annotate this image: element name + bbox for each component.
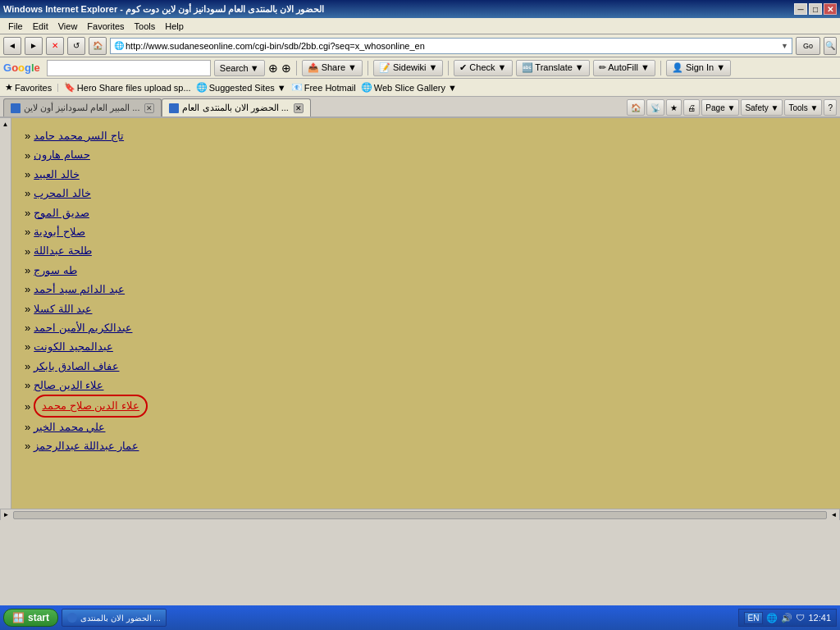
go-button[interactable]: Go	[796, 37, 820, 55]
signin-button[interactable]: 👤 Sign In ▼	[666, 60, 731, 76]
menu-view[interactable]: View	[53, 20, 83, 33]
home-button[interactable]: 🏠	[89, 37, 107, 55]
list-item: عبدالمجيد الكونت«	[25, 337, 113, 356]
arabic-link-3[interactable]: خالد المحرب	[34, 184, 91, 203]
list-item: عمار عبداللة عبدالرحمز«	[25, 436, 139, 455]
favorites-star[interactable]: ★ Favorites	[5, 82, 52, 93]
safety-menu[interactable]: Safety ▼	[741, 99, 783, 116]
link-prefix-12: «	[25, 360, 30, 372]
arabic-link-8[interactable]: عبد الدائم سيد أحمد	[34, 280, 125, 299]
print-button[interactable]: 🖨	[683, 99, 700, 116]
scroll-thumb[interactable]	[13, 511, 827, 519]
refresh-button[interactable]: ↺	[67, 37, 85, 55]
arabic-link-9[interactable]: عبد اللة كسلا	[34, 299, 92, 318]
taskbar: 🪟 start الحضور الان بالمنتدى ... EN 🌐 🔊 …	[0, 605, 840, 630]
scroll-right-arrow[interactable]: ►	[0, 509, 11, 521]
close-button[interactable]: ✕	[824, 3, 837, 15]
google-toolbar: Google Search ▼ ⊕ ⊕ 📤 Share ▼ 📝 Sidewiki…	[0, 57, 840, 79]
arabic-link-10[interactable]: عبدالكريم الأمين احمد	[34, 318, 132, 337]
title-bar: الحضور الان بالمنتدى العام لسودانيز أون …	[0, 0, 840, 18]
security-icon: 🛡	[796, 613, 805, 623]
menu-file[interactable]: File	[3, 20, 28, 33]
scroll-left-arrow[interactable]: ◄	[829, 509, 840, 521]
language-button[interactable]: EN	[744, 612, 764, 624]
forward-button[interactable]: ►	[25, 37, 43, 55]
tab-close-2[interactable]: ✕	[294, 103, 304, 113]
fav-suggested[interactable]: 🌐 Suggested Sites ▼	[196, 82, 286, 93]
autofill-button[interactable]: ✏ AutoFill ▼	[593, 60, 655, 76]
arabic-link-4[interactable]: صديق الموج	[34, 203, 89, 222]
arabic-link-13[interactable]: علاء الدين صالح	[34, 376, 103, 395]
link-prefix-5: «	[25, 226, 30, 238]
arabic-link-7[interactable]: طه سورج	[34, 261, 77, 280]
stop-button[interactable]: ✕	[46, 37, 64, 55]
speaker-icon: 🔊	[781, 613, 792, 623]
home-nav-button[interactable]: 🏠	[627, 99, 645, 116]
search-plus-btn[interactable]: ⊕	[268, 62, 278, 75]
list-item: خالد المحرب«	[25, 184, 91, 203]
page-menu[interactable]: Page ▼	[701, 99, 739, 116]
link-prefix-11: «	[25, 340, 30, 353]
tab-icon-1	[11, 103, 21, 113]
arabic-link-15[interactable]: علي محمد الخير	[34, 418, 105, 436]
list-item: عبدالكريم الأمين احمد«	[25, 318, 132, 337]
arabic-link-14[interactable]: علاء الدين صلاح محمد	[34, 395, 148, 417]
tab-2[interactable]: الحضور الان بالمنتدى العام ... ✕	[162, 98, 310, 116]
tab-close-1[interactable]: ✕	[144, 103, 154, 113]
vertical-scrollbar[interactable]: ▲ ▼	[0, 118, 11, 520]
link-prefix-7: «	[25, 264, 30, 276]
arabic-link-2[interactable]: خالد العبيد	[34, 165, 80, 184]
tab-label-2: الحضور الان بالمنتدى العام ...	[182, 103, 288, 113]
link-prefix-14: «	[25, 400, 30, 413]
arabic-link-6[interactable]: طلحة عبداللة	[34, 241, 92, 260]
sidewiki-button[interactable]: 📝 Sidewiki ▼	[373, 60, 443, 76]
arabic-link-0[interactable]: تاج السر محمد حامد	[34, 126, 124, 145]
link-prefix-9: «	[25, 303, 30, 315]
arabic-link-11[interactable]: عبدالمجيد الكونت	[34, 337, 113, 356]
scroll-up-arrow[interactable]: ▲	[0, 118, 11, 130]
help-button[interactable]: ?	[824, 99, 837, 116]
menu-tools[interactable]: Tools	[130, 20, 161, 33]
list-item: عبد اللة كسلا«	[25, 299, 92, 318]
link-prefix-10: «	[25, 322, 30, 334]
list-item: علاء الدين صالح«	[25, 376, 103, 395]
tools-menu[interactable]: Tools ▼	[784, 99, 822, 116]
arabic-link-1[interactable]: حسام هارون	[34, 145, 90, 164]
horizontal-scrollbar[interactable]: ◄ ►	[0, 509, 840, 520]
link-prefix-4: «	[25, 207, 30, 219]
fav-webslice[interactable]: 🌐 Web Slice Gallery ▼	[361, 82, 457, 93]
start-label: start	[28, 612, 49, 623]
minimize-button[interactable]: ─	[794, 3, 807, 15]
taskbar-ie-item[interactable]: الحضور الان بالمنتدى ...	[62, 609, 167, 627]
fav-heroshare[interactable]: 🔖 Hero Share files upload sp...	[64, 82, 191, 93]
translate-button[interactable]: 🔤 Translate ▼	[516, 60, 590, 76]
maximize-button[interactable]: □	[809, 3, 822, 15]
favorites-bar-toggle[interactable]: ★	[666, 99, 682, 116]
url-input[interactable]	[126, 41, 779, 51]
start-button[interactable]: 🪟 start	[3, 609, 58, 627]
window-title: الحضور الان بالمنتدى العام لسودانيز أون …	[3, 4, 325, 15]
google-search-input[interactable]	[47, 60, 211, 76]
menu-favorites[interactable]: Favorites	[82, 20, 129, 33]
check-button[interactable]: ✔ Check ▼	[454, 60, 512, 76]
share-button[interactable]: 📤 Share ▼	[302, 60, 363, 76]
link-prefix-0: «	[25, 130, 30, 142]
arabic-link-12[interactable]: عفاف الصادق بابكر	[34, 357, 119, 376]
arabic-link-16[interactable]: عمار عبداللة عبدالرحمز	[34, 436, 139, 455]
fav-hotmail[interactable]: 📧 Free Hotmail	[291, 82, 356, 93]
arabic-link-5[interactable]: صلاح أبودية	[34, 222, 85, 241]
link-prefix-3: «	[25, 187, 30, 199]
search-settings-btn[interactable]: ⊕	[281, 62, 291, 75]
list-item: علاء الدين صلاح محمد«	[25, 395, 148, 417]
feed-button[interactable]: 📡	[646, 99, 664, 116]
taskbar-item-label: الحضور الان بالمنتدى ...	[80, 614, 161, 623]
search-button[interactable]: Search ▼	[214, 60, 265, 76]
tab-1[interactable]: المبير العام لسودانيز أون لاين ... ✕	[3, 98, 162, 116]
address-bar: 🌐 ▼	[110, 38, 792, 54]
menu-edit[interactable]: Edit	[28, 20, 53, 33]
menu-help[interactable]: Help	[160, 20, 189, 33]
search-engine-button[interactable]: 🔍	[824, 37, 837, 55]
list-item: علي محمد الخير«	[25, 418, 105, 436]
link-prefix-15: «	[25, 421, 30, 433]
back-button[interactable]: ◄	[3, 37, 21, 55]
